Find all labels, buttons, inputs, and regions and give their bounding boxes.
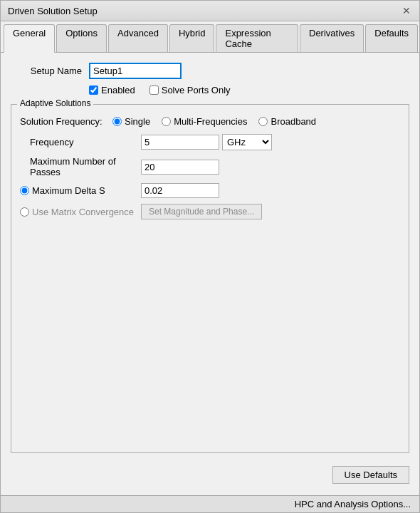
radio-broadband-label: Broadband xyxy=(271,116,316,127)
tab-defaults[interactable]: Defaults xyxy=(365,24,418,52)
frequency-row: Frequency GHz MHz KHz Hz xyxy=(20,134,400,150)
use-matrix-label: Use Matrix Convergence xyxy=(32,207,134,217)
solution-freq-label: Solution Frequency: xyxy=(20,116,112,127)
matrix-radio-item: Use Matrix Convergence xyxy=(20,207,141,217)
max-delta-s-label: Maximum Delta S xyxy=(32,185,105,196)
max-passes-row: Maximum Number of Passes xyxy=(20,156,400,177)
enabled-checkbox-item: Enabled xyxy=(89,85,135,95)
hpc-label: HPC and Analysis Options... xyxy=(295,499,411,509)
tab-expression-cache[interactable]: Expression Cache xyxy=(216,24,298,52)
bottom-area: Use Defaults xyxy=(1,460,419,495)
tabs-row: General Options Advanced Hybrid Expressi… xyxy=(1,21,419,53)
radio-max-delta-s[interactable] xyxy=(20,186,29,195)
max-passes-label: Maximum Number of Passes xyxy=(20,156,141,177)
solve-ports-label: Solve Ports Only xyxy=(162,85,231,95)
radio-single-item: Single xyxy=(112,116,150,127)
solve-ports-checkbox-item: Solve Ports Only xyxy=(149,85,231,95)
set-magnitude-button[interactable]: Set Magnitude and Phase... xyxy=(141,204,262,219)
dialog-title: Driven Solution Setup xyxy=(8,6,98,16)
enabled-label: Enabled xyxy=(101,85,135,95)
radio-matrix[interactable] xyxy=(20,207,29,217)
setup-name-row: Setup Name xyxy=(11,63,409,79)
checkboxes-row: Enabled Solve Ports Only xyxy=(11,85,409,95)
max-delta-s-radio-item: Maximum Delta S xyxy=(20,185,141,196)
matrix-convergence-row: Use Matrix Convergence Set Magnitude and… xyxy=(20,204,400,219)
use-defaults-button[interactable]: Use Defaults xyxy=(332,466,409,484)
setup-name-input[interactable] xyxy=(89,63,182,79)
freq-input[interactable] xyxy=(141,135,219,150)
max-delta-s-input[interactable] xyxy=(141,183,219,198)
hpc-bar[interactable]: HPC and Analysis Options... xyxy=(1,495,419,512)
radio-broadband-item: Broadband xyxy=(258,116,316,127)
adaptive-solutions-group: Adaptive Solutions Solution Frequency: S… xyxy=(11,104,409,453)
radio-single-label: Single xyxy=(125,116,150,127)
freq-label: Frequency xyxy=(20,137,141,147)
title-bar: Driven Solution Setup ✕ xyxy=(1,1,419,21)
tab-options[interactable]: Options xyxy=(56,24,107,52)
group-title: Adaptive Solutions xyxy=(17,98,93,108)
radio-broadband[interactable] xyxy=(258,117,268,126)
tab-general[interactable]: General xyxy=(4,24,55,53)
freq-unit-select[interactable]: GHz MHz KHz Hz xyxy=(222,134,272,150)
solve-ports-checkbox[interactable] xyxy=(149,86,159,95)
max-delta-s-row: Maximum Delta S xyxy=(20,183,400,198)
solution-freq-row: Solution Frequency: Single Multi-Frequen… xyxy=(20,116,400,127)
close-button[interactable]: ✕ xyxy=(401,5,412,16)
tab-advanced[interactable]: Advanced xyxy=(108,24,168,52)
enabled-checkbox[interactable] xyxy=(89,86,98,95)
max-passes-input[interactable] xyxy=(141,160,219,175)
tab-hybrid[interactable]: Hybrid xyxy=(169,24,215,52)
dialog-body: Setup Name Enabled Solve Ports Only Adap… xyxy=(1,53,419,460)
radio-multi-item: Multi-Frequencies xyxy=(162,116,247,127)
radio-multi[interactable] xyxy=(162,117,171,126)
tab-derivatives[interactable]: Derivatives xyxy=(300,24,364,52)
radio-single[interactable] xyxy=(112,117,122,126)
setup-name-label: Setup Name xyxy=(11,66,82,76)
dialog: Driven Solution Setup ✕ General Options … xyxy=(0,0,420,513)
radio-multi-label: Multi-Frequencies xyxy=(174,116,247,127)
solution-freq-radio-group: Single Multi-Frequencies Broadband xyxy=(112,116,316,127)
